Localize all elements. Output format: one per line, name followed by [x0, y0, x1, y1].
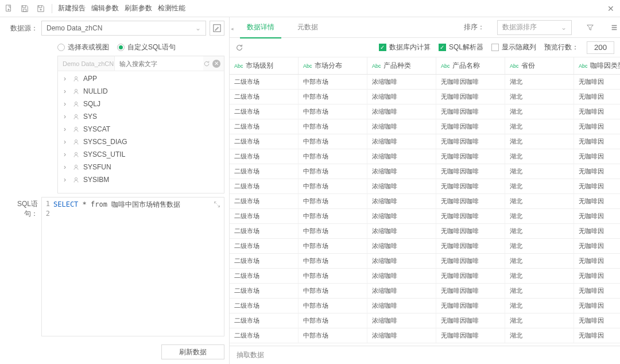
- column-label: 市场级别: [246, 61, 273, 71]
- mode-custom-sql[interactable]: 自定义SQL语句: [117, 42, 176, 52]
- column-header[interactable]: Abc市场级别: [230, 57, 299, 74]
- clear-search-icon[interactable]: ✕: [212, 60, 220, 68]
- reload-icon[interactable]: [235, 44, 243, 52]
- table-row[interactable]: 二级市场中部市场浓缩咖啡无咖啡因咖啡湖北无咖啡因: [230, 328, 620, 343]
- table-cell: 无咖啡因咖啡: [436, 194, 505, 208]
- table-cell: 中部市场: [299, 119, 367, 134]
- schema-tree: Demo Data_zhCN ✕ ›APP›NULLID›SQLJ›SYS›SY…: [57, 56, 224, 193]
- preview-rows-input[interactable]: [587, 41, 614, 54]
- tree-item[interactable]: ›SYSCAT: [58, 123, 224, 135]
- tree-item[interactable]: ›SYSCS_DIAG: [58, 135, 224, 148]
- table-row[interactable]: 二级市场中部市场浓缩咖啡无咖啡因咖啡湖北无咖啡因: [230, 239, 620, 254]
- column-header[interactable]: Abc省份: [505, 57, 574, 74]
- detect-perf-link[interactable]: 检测性能: [158, 3, 185, 13]
- close-icon[interactable]: ✕: [605, 4, 617, 13]
- table-cell: 无咖啡因: [574, 134, 620, 149]
- column-header[interactable]: Abc产品名称: [436, 57, 505, 74]
- table-cell: 无咖啡因咖啡: [436, 254, 505, 268]
- edit-params-link[interactable]: 编辑参数: [91, 3, 119, 13]
- mode-table-view[interactable]: 选择表或视图: [57, 42, 109, 52]
- table-row[interactable]: 二级市场中部市场浓缩咖啡无咖啡因咖啡湖北无咖啡因: [230, 224, 620, 239]
- option-sql-parser[interactable]: ✓ SQL解析器: [439, 42, 483, 52]
- table-row[interactable]: 二级市场中部市场浓缩咖啡无咖啡因咖啡湖北无咖啡因: [230, 164, 620, 179]
- data-table-container[interactable]: Abc市场级别Abc市场分布Abc产品种类Abc产品名称Abc省份Abc咖啡因类…: [230, 57, 620, 346]
- tree-item-label: SYSCS_UTIL: [83, 150, 125, 158]
- tree-item[interactable]: ›SYSIBM: [58, 173, 224, 186]
- edit-datasource-button[interactable]: [210, 21, 224, 36]
- svg-point-7: [75, 140, 77, 142]
- separator: [52, 4, 52, 13]
- tab-metadata[interactable]: 元数据: [290, 17, 325, 38]
- column-header[interactable]: Abc产品种类: [367, 57, 436, 74]
- table-row[interactable]: 二级市场中部市场浓缩咖啡无咖啡因咖啡湖北无咖啡因: [230, 149, 620, 164]
- table-row[interactable]: 二级市场中部市场浓缩咖啡无咖啡因咖啡湖北无咖啡因: [230, 254, 620, 269]
- tree-item[interactable]: ›SYSCS_UTIL: [58, 148, 224, 161]
- schema-icon: [73, 88, 80, 95]
- expand-icon[interactable]: [214, 201, 220, 208]
- table-row[interactable]: 二级市场中部市场浓缩咖啡无咖啡因咖啡湖北无咖啡因: [230, 194, 620, 209]
- table-cell: 湖北: [505, 328, 574, 343]
- table-cell: 无咖啡因咖啡: [436, 313, 505, 328]
- table-cell: 二级市场: [230, 284, 299, 298]
- table-cell: 浓缩咖啡: [367, 149, 436, 164]
- sort-select[interactable]: 数据源排序 ⌄: [497, 20, 572, 35]
- new-doc-icon[interactable]: [3, 3, 14, 14]
- sort-value: 数据源排序: [502, 22, 537, 32]
- filter-icon[interactable]: [584, 22, 596, 33]
- save-icon[interactable]: [20, 3, 30, 14]
- table-row[interactable]: 二级市场中部市场浓缩咖啡无咖啡因咖啡湖北无咖啡因: [230, 209, 620, 224]
- table-cell: 湖北: [505, 224, 574, 238]
- table-row[interactable]: 二级市场中部市场浓缩咖啡无咖啡因咖啡湖北无咖啡因: [230, 134, 620, 149]
- schema-icon: [73, 101, 80, 107]
- type-badge: Abc: [441, 63, 450, 69]
- sql-label: SQL语句：: [5, 197, 38, 336]
- refresh-data-button[interactable]: 刷新数据: [161, 344, 224, 359]
- list-icon[interactable]: [609, 22, 620, 33]
- sql-editor[interactable]: 1SELECT * from 咖啡中国市场销售数据 2: [41, 197, 224, 336]
- table-row[interactable]: 二级市场中部市场浓缩咖啡无咖啡因咖啡湖北无咖啡因: [230, 179, 620, 194]
- table-row[interactable]: 二级市场中部市场浓缩咖啡无咖啡因咖啡湖北无咖啡因: [230, 299, 620, 313]
- radio-off-icon: [57, 44, 65, 51]
- extract-data-link[interactable]: 抽取数据: [237, 350, 264, 360]
- column-header[interactable]: Abc市场分布: [299, 57, 367, 74]
- tree-item[interactable]: ›NULLID: [58, 85, 224, 98]
- tree-item[interactable]: ›SQLJ: [58, 98, 224, 110]
- chevron-right-icon: ›: [64, 125, 69, 133]
- table-cell: 二级市场: [230, 313, 299, 328]
- tree-item-label: SYSCAT: [83, 125, 110, 133]
- table-row[interactable]: 二级市场中部市场浓缩咖啡无咖啡因咖啡湖北无咖啡因: [230, 75, 620, 90]
- option-db-calc[interactable]: ✓ 数据库内计算: [379, 42, 431, 52]
- table-row[interactable]: 二级市场中部市场浓缩咖啡无咖啡因咖啡湖北无咖啡因: [230, 104, 620, 119]
- table-cell: 无咖啡因: [574, 209, 620, 223]
- tab-data-detail[interactable]: 数据详情: [240, 17, 281, 38]
- tree-item[interactable]: ›SYSFUN: [58, 161, 224, 173]
- checkbox-on-icon: ✓: [379, 44, 386, 51]
- table-row[interactable]: 二级市场中部市场浓缩咖啡无咖啡因咖啡湖北无咖啡因: [230, 284, 620, 299]
- table-cell: 浓缩咖啡: [367, 313, 436, 328]
- tree-item[interactable]: ›SYS: [58, 110, 224, 123]
- tree-search-input[interactable]: [115, 56, 203, 71]
- refresh-tree-icon[interactable]: [203, 60, 210, 67]
- resize-handle-icon[interactable]: ◂: [230, 17, 234, 40]
- new-report-link[interactable]: 新建报告: [58, 3, 86, 13]
- table-row[interactable]: 二级市场中部市场浓缩咖啡无咖啡因咖啡湖北无咖啡因: [230, 119, 620, 134]
- table-row[interactable]: 二级市场中部市场浓缩咖啡无咖啡因咖啡湖北无咖啡因: [230, 269, 620, 284]
- column-header[interactable]: Abc咖啡因类型: [574, 57, 620, 74]
- schema-icon: [73, 126, 80, 133]
- table-row[interactable]: 二级市场中部市场浓缩咖啡无咖啡因咖啡湖北无咖啡因: [230, 313, 620, 328]
- table-cell: 中部市场: [299, 224, 367, 238]
- datasource-select[interactable]: Demo Data_zhCN ⌄: [41, 21, 206, 36]
- top-toolbar: 新建报告 编辑参数 刷新参数 检测性能 ✕: [0, 0, 620, 17]
- save-as-icon[interactable]: [36, 3, 46, 14]
- chevron-right-icon: ›: [64, 75, 69, 83]
- table-cell: 二级市场: [230, 134, 299, 149]
- tree-item[interactable]: ›APP: [58, 72, 224, 85]
- table-cell: 湖北: [505, 75, 574, 89]
- tree-source-name: Demo Data_zhCN: [58, 56, 115, 71]
- table-cell: 浓缩咖啡: [367, 104, 436, 119]
- table-cell: 浓缩咖啡: [367, 134, 436, 149]
- table-row[interactable]: 二级市场中部市场浓缩咖啡无咖啡因咖啡湖北无咖啡因: [230, 90, 620, 104]
- chevron-right-icon: ›: [64, 87, 69, 95]
- option-show-hidden[interactable]: 显示隐藏列: [491, 42, 536, 52]
- refresh-params-link[interactable]: 刷新参数: [125, 3, 152, 13]
